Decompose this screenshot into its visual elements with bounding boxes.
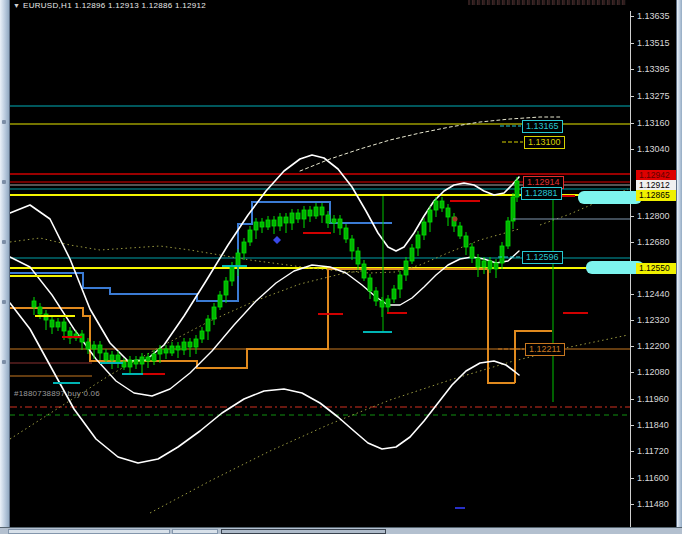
axis-price-label: 1.13635 bbox=[637, 11, 670, 21]
axis-tick bbox=[630, 69, 634, 70]
axis-price-label: 1.11600 bbox=[637, 473, 669, 483]
chart-price-label[interactable]: 1.12881 bbox=[521, 187, 562, 200]
border-grip bbox=[2, 120, 6, 124]
axis-price-label: 1.12440 bbox=[637, 289, 670, 299]
axis-tick bbox=[630, 294, 634, 295]
bottom-splitter-segment[interactable] bbox=[221, 529, 386, 534]
axis-price-label: 1.12080 bbox=[637, 367, 670, 377]
axis-tick bbox=[630, 372, 634, 373]
axis-price-label: 1.13040 bbox=[637, 144, 670, 154]
window-border-right bbox=[676, 0, 682, 534]
axis-tick bbox=[630, 96, 634, 97]
axis-tick bbox=[630, 320, 634, 321]
border-grip bbox=[2, 180, 6, 184]
chart-plot-area[interactable] bbox=[10, 11, 630, 528]
axis-tick bbox=[630, 123, 634, 124]
axis-tick bbox=[630, 149, 634, 150]
axis-price-label: 1.11840 bbox=[637, 420, 669, 430]
axis-price-label: 1.12200 bbox=[637, 341, 670, 351]
border-grip bbox=[2, 360, 6, 364]
chart-dropdown-icon[interactable]: ▼ bbox=[13, 0, 20, 11]
axis-price-label: 1.13160 bbox=[637, 118, 670, 128]
axis-tick bbox=[630, 451, 634, 452]
border-grip bbox=[2, 300, 6, 304]
mt4-chart-window: ▼ EURUSD,H1 1.12896 1.12913 1.12886 1.12… bbox=[0, 0, 682, 534]
axis-price-label: 1.12680 bbox=[637, 237, 670, 247]
chart-price-label[interactable]: 1.13100 bbox=[524, 136, 565, 149]
chart-symbol-info: EURUSD,H1 1.12896 1.12913 1.12886 1.1291… bbox=[23, 0, 206, 11]
chart-title-bar: ▼ EURUSD,H1 1.12896 1.12913 1.12886 1.12… bbox=[10, 0, 677, 11]
chart-price-label[interactable]: 1.13165 bbox=[522, 120, 563, 133]
axis-tick bbox=[630, 216, 634, 217]
axis-tick bbox=[630, 43, 634, 44]
window-border-left bbox=[0, 0, 10, 534]
axis-tick bbox=[630, 399, 634, 400]
bottom-splitter-segment[interactable] bbox=[172, 529, 218, 534]
axis-price-tag: 1.12550 bbox=[636, 263, 676, 274]
axis-price-label: 1.11720 bbox=[637, 446, 669, 456]
axis-price-label: 1.13515 bbox=[637, 38, 670, 48]
window-bottom-bar bbox=[0, 527, 682, 534]
axis-tick bbox=[630, 425, 634, 426]
open-order-label: #1880738897 buy 0.06 bbox=[14, 389, 100, 398]
axis-tick bbox=[630, 242, 634, 243]
axis-tick bbox=[630, 504, 634, 505]
axis-price-label: 1.12320 bbox=[637, 315, 670, 325]
bottom-splitter-segment[interactable] bbox=[8, 529, 170, 534]
axis-price-label: 1.11960 bbox=[637, 394, 669, 404]
axis-tick bbox=[630, 346, 634, 347]
axis-tick bbox=[630, 478, 634, 479]
axis-price-label: 1.11480 bbox=[637, 499, 669, 509]
price-axis[interactable]: 1.136351.135151.133951.132751.131601.130… bbox=[630, 11, 677, 528]
chart-price-label[interactable]: 1.12211 bbox=[525, 343, 565, 356]
border-grip bbox=[2, 240, 6, 244]
chart-price-label[interactable]: 1.12596 bbox=[522, 251, 563, 264]
clipped-text-remnant bbox=[468, 0, 626, 5]
axis-price-label: 1.13275 bbox=[637, 91, 670, 101]
axis-price-label: 1.12800 bbox=[637, 211, 670, 221]
axis-tick bbox=[630, 16, 634, 17]
axis-price-tag: 1.12865 bbox=[636, 190, 676, 201]
axis-price-label: 1.13395 bbox=[637, 64, 670, 74]
